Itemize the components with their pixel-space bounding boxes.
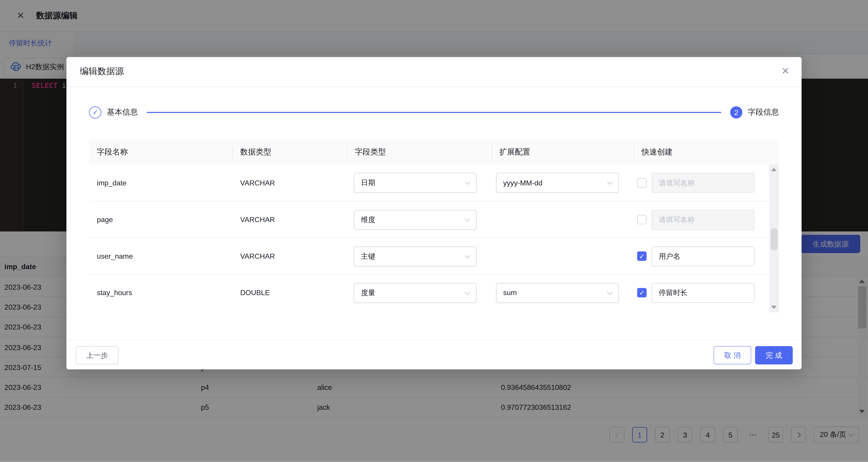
field-name: user_name bbox=[89, 238, 232, 275]
fields-table-header: 字段名称 数据类型 字段类型 扩展配置 快速创建 bbox=[89, 140, 779, 164]
scrollbar-thumb[interactable] bbox=[771, 228, 778, 250]
previous-step-button[interactable]: 上一步 bbox=[76, 346, 119, 365]
field-type-select[interactable]: 维度 bbox=[354, 210, 477, 229]
field-row-user-name: user_name VARCHAR 主键 ✓ bbox=[89, 238, 770, 274]
ext-config-value: yyyy-MM-dd bbox=[503, 179, 542, 187]
header-field-name: 字段名称 bbox=[89, 140, 232, 164]
cancel-button[interactable]: 取 消 bbox=[714, 346, 751, 365]
field-row-page: page VARCHAR 维度 bbox=[89, 201, 770, 238]
app-root: ✕ 数据源编辑 停留时长统计 H2数据实例 1 SELECT imp bbox=[0, 0, 868, 462]
fields-table-scrollbar[interactable] bbox=[770, 164, 779, 312]
chevron-down-icon bbox=[465, 253, 470, 258]
quick-name-input[interactable] bbox=[651, 246, 754, 266]
field-type-value: 维度 bbox=[361, 215, 375, 224]
step-1-check-icon: ✓ bbox=[89, 106, 101, 119]
header-ext-config: 扩展配置 bbox=[492, 140, 634, 164]
edit-datasource-modal: 编辑数据源 ✕ ✓ 基本信息 2 字段信息 字段名称 数据类型 字段类型 扩展配… bbox=[66, 57, 802, 369]
quick-name-input[interactable] bbox=[651, 210, 754, 229]
chevron-down-icon bbox=[465, 216, 470, 221]
field-type-select[interactable]: 度量 bbox=[354, 283, 477, 303]
chevron-down-icon bbox=[607, 179, 612, 185]
quick-name-input[interactable] bbox=[651, 173, 754, 193]
chevron-down-icon bbox=[465, 179, 470, 185]
field-type-value: 度量 bbox=[361, 288, 375, 298]
field-row-stay-hours: stay_hours DOUBLE 度量 sum ✓ bbox=[89, 274, 770, 311]
field-row-imp-date: imp_date VARCHAR 日期 yyyy-MM-dd bbox=[89, 164, 770, 201]
header-field-type: 字段类型 bbox=[347, 140, 492, 164]
field-type-value: 日期 bbox=[361, 178, 375, 188]
field-name: imp_date bbox=[89, 164, 232, 201]
chevron-down-icon bbox=[465, 289, 470, 295]
modal-close-icon[interactable]: ✕ bbox=[781, 66, 789, 76]
field-data-type: DOUBLE bbox=[232, 274, 347, 311]
quick-create-checkbox[interactable]: ✓ bbox=[637, 288, 647, 297]
quick-name-input[interactable] bbox=[651, 283, 754, 303]
modal-footer: 上一步 取 消 完 成 bbox=[66, 340, 802, 370]
step-2-label: 字段信息 bbox=[748, 107, 779, 117]
step-1-label: 基本信息 bbox=[107, 107, 138, 117]
scroll-down-icon[interactable] bbox=[771, 306, 776, 309]
modal-title: 编辑数据源 bbox=[80, 66, 124, 78]
header-quick-create: 快速创建 bbox=[634, 140, 770, 164]
stepper-connector bbox=[147, 112, 721, 113]
modal-header: 编辑数据源 ✕ bbox=[66, 57, 802, 87]
field-data-type: VARCHAR bbox=[232, 164, 347, 201]
quick-create-checkbox[interactable] bbox=[637, 215, 647, 224]
header-data-type: 数据类型 bbox=[232, 140, 347, 164]
quick-create-checkbox[interactable] bbox=[637, 178, 647, 187]
field-type-select[interactable]: 主键 bbox=[354, 246, 477, 266]
aggregation-value: sum bbox=[503, 288, 517, 297]
step-2-number: 2 bbox=[730, 106, 742, 119]
chevron-down-icon bbox=[607, 289, 612, 295]
field-data-type: VARCHAR bbox=[232, 238, 347, 275]
stepper: ✓ 基本信息 2 字段信息 bbox=[89, 103, 779, 121]
ext-config-select[interactable]: yyyy-MM-dd bbox=[496, 173, 619, 193]
aggregation-select[interactable]: sum bbox=[496, 283, 619, 303]
field-name: page bbox=[89, 201, 232, 238]
quick-create-checkbox[interactable]: ✓ bbox=[637, 251, 647, 261]
field-name: stay_hours bbox=[89, 274, 232, 311]
field-type-value: 主键 bbox=[361, 251, 375, 261]
field-type-select[interactable]: 日期 bbox=[354, 173, 477, 193]
confirm-button[interactable]: 完 成 bbox=[755, 346, 793, 365]
scroll-up-icon[interactable] bbox=[771, 168, 776, 171]
field-data-type: VARCHAR bbox=[232, 201, 347, 238]
